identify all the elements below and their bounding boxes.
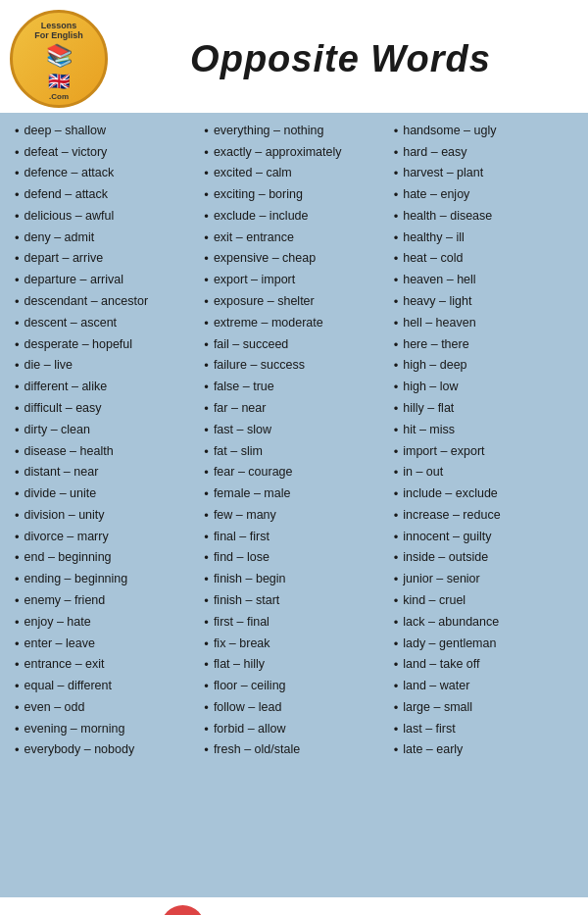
- list-item: land – take off: [394, 655, 573, 677]
- list-item: handsome – ugly: [394, 121, 573, 142]
- column-3: handsome – uglyhard – easyharvest – plan…: [389, 121, 578, 761]
- list-item: large – small: [394, 697, 573, 719]
- logo-bottom-text: .Com: [49, 92, 69, 101]
- list-item: excited – calm: [204, 164, 383, 185]
- list-item: expensive – cheap: [204, 249, 383, 271]
- list-item: exclude – include: [204, 206, 383, 228]
- list-item: floor – ceiling: [204, 676, 383, 697]
- list-item: fresh – old/stale: [204, 740, 383, 762]
- list-item: land – water: [394, 676, 573, 697]
- list-item: hate – enjoy: [394, 184, 573, 206]
- logo-flag-icon: 🇬🇧: [48, 71, 70, 92]
- columns-container: deep – shallowdefeat – victorydefence – …: [10, 121, 578, 761]
- list-item: failure – success: [204, 356, 383, 378]
- list-item: extreme – moderate: [204, 313, 383, 334]
- list-item: hard – easy: [394, 142, 573, 164]
- list-item: depart – arrive: [15, 249, 194, 271]
- list-item: lack – abundance: [394, 612, 573, 634]
- list-item: in – out: [394, 463, 573, 484]
- list-item: division – unity: [15, 505, 194, 527]
- list-item: evening – morning: [15, 719, 194, 740]
- list-item: enter – leave: [15, 634, 194, 655]
- list-item: exposure – shelter: [204, 291, 383, 313]
- list-item: deny – admit: [15, 228, 194, 249]
- list-item: follow – lead: [204, 697, 383, 719]
- word-list-2: everything – nothingexactly – approximat…: [204, 121, 383, 761]
- list-item: hilly – flat: [394, 398, 573, 420]
- list-item: heavy – light: [394, 291, 573, 313]
- list-item: ending – beginning: [15, 569, 194, 590]
- list-item: descendant – ancestor: [15, 291, 194, 313]
- list-item: exactly – approximately: [204, 142, 383, 164]
- list-item: fear – courage: [204, 463, 383, 484]
- list-item: false – true: [204, 377, 383, 398]
- list-item: exciting – boring: [204, 184, 383, 206]
- column-1: deep – shallowdefeat – victorydefence – …: [10, 121, 199, 761]
- list-item: late – early: [394, 740, 573, 762]
- list-item: everybody – nobody: [15, 740, 194, 762]
- list-item: desperate – hopeful: [15, 334, 194, 356]
- list-item: enemy – friend: [15, 590, 194, 612]
- list-item: junior – senior: [394, 569, 573, 590]
- list-item: healthy – ill: [394, 228, 573, 249]
- list-item: even – odd: [15, 697, 194, 719]
- header: LessonsFor English 📚 🇬🇧 .Com Opposite Wo…: [0, 0, 588, 113]
- list-item: descent – ascent: [15, 313, 194, 334]
- list-item: forbid – allow: [204, 719, 383, 740]
- word-list-3: handsome – uglyhard – easyharvest – plan…: [394, 121, 573, 761]
- list-item: lady – gentleman: [394, 634, 573, 655]
- list-item: end – beginning: [15, 548, 194, 570]
- list-item: hit – miss: [394, 420, 573, 441]
- list-item: fix – break: [204, 634, 383, 655]
- footer: 🌐 lessonsforenglish.com: [0, 897, 588, 915]
- list-item: distant – near: [15, 463, 194, 484]
- list-item: first – final: [204, 612, 383, 634]
- list-item: dirty – clean: [15, 420, 194, 441]
- list-item: divorce – marry: [15, 527, 194, 548]
- list-item: heat – cold: [394, 249, 573, 271]
- logo-top-text: LessonsFor English: [34, 22, 83, 41]
- list-item: last – first: [394, 719, 573, 740]
- list-item: find – lose: [204, 548, 383, 570]
- list-item: high – deep: [394, 356, 573, 378]
- list-item: innocent – guilty: [394, 527, 573, 548]
- column-2: everything – nothingexactly – approximat…: [199, 121, 388, 761]
- list-item: defence – attack: [15, 164, 194, 185]
- list-item: defend – attack: [15, 184, 194, 206]
- list-item: enjoy – hate: [15, 612, 194, 634]
- list-item: divide – unite: [15, 483, 194, 505]
- footer-globe-icon: 🌐: [161, 905, 205, 915]
- list-item: equal – different: [15, 676, 194, 697]
- list-item: flat – hilly: [204, 655, 383, 677]
- list-item: finish – start: [204, 590, 383, 612]
- page-title: Opposite Words: [108, 38, 573, 80]
- list-item: female – male: [204, 483, 383, 505]
- list-item: final – first: [204, 527, 383, 548]
- list-item: different – alike: [15, 377, 194, 398]
- list-item: fast – slow: [204, 420, 383, 441]
- list-item: inside – outside: [394, 548, 573, 570]
- list-item: die – live: [15, 356, 194, 378]
- logo-container: LessonsFor English 📚 🇬🇧 .Com: [10, 10, 108, 108]
- logo-books-icon: 📚: [46, 43, 73, 69]
- list-item: kind – cruel: [394, 590, 573, 612]
- word-list-1: deep – shallowdefeat – victorydefence – …: [15, 121, 194, 761]
- list-item: include – exclude: [394, 483, 573, 505]
- list-item: here – there: [394, 334, 573, 356]
- list-item: harvest – plant: [394, 164, 573, 185]
- list-item: difficult – easy: [15, 398, 194, 420]
- list-item: defeat – victory: [15, 142, 194, 164]
- list-item: high – low: [394, 377, 573, 398]
- list-item: finish – begin: [204, 569, 383, 590]
- list-item: increase – reduce: [394, 505, 573, 527]
- list-item: entrance – exit: [15, 655, 194, 677]
- list-item: disease – health: [15, 441, 194, 463]
- list-item: health – disease: [394, 206, 573, 228]
- list-item: everything – nothing: [204, 121, 383, 142]
- list-item: departure – arrival: [15, 270, 194, 291]
- list-item: few – many: [204, 505, 383, 527]
- list-item: fat – slim: [204, 441, 383, 463]
- list-item: exit – entrance: [204, 228, 383, 249]
- list-item: deep – shallow: [15, 121, 194, 142]
- list-item: hell – heaven: [394, 313, 573, 334]
